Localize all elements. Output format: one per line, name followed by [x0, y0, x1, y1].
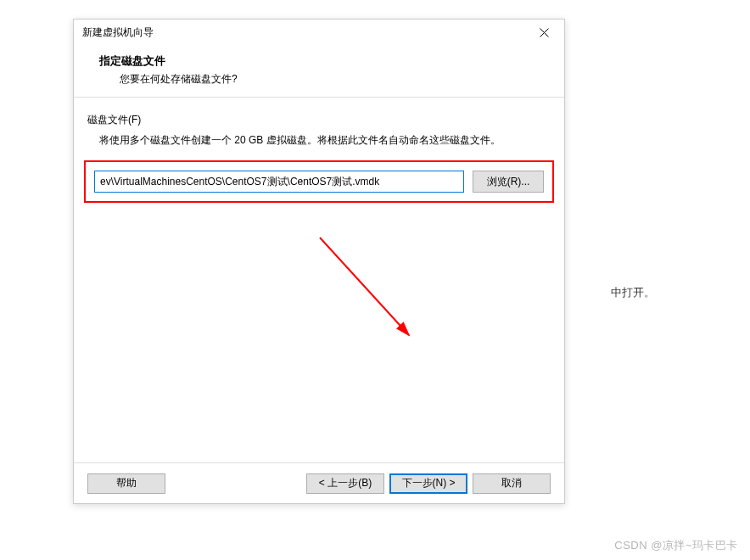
- background-text-snippet: 中打开。: [611, 285, 655, 300]
- back-button[interactable]: < 上一步(B): [306, 473, 384, 494]
- wizard-dialog: 新建虚拟机向导 指定磁盘文件 您要在何处存储磁盘文件? 磁盘文件(F) 将使用多…: [73, 19, 565, 504]
- watermark-text: CSDN @凉拌~玛卡巴卡: [614, 538, 738, 553]
- arrow-annotation: [311, 229, 430, 348]
- close-icon: [540, 28, 549, 37]
- next-button[interactable]: 下一步(N) >: [389, 473, 467, 494]
- path-highlight-box: 浏览(R)...: [84, 160, 554, 203]
- page-title: 指定磁盘文件: [99, 53, 547, 69]
- svg-line-2: [320, 238, 409, 335]
- disk-description: 将使用多个磁盘文件创建一个 20 GB 虚拟磁盘。将根据此文件名自动命名这些磁盘…: [87, 132, 551, 148]
- window-title: 新建虚拟机向导: [82, 25, 154, 40]
- wizard-footer: 帮助 < 上一步(B) 下一步(N) > 取消: [74, 462, 564, 503]
- help-button[interactable]: 帮助: [87, 473, 165, 494]
- wizard-header: 指定磁盘文件 您要在何处存储磁盘文件?: [74, 45, 564, 98]
- wizard-body: 磁盘文件(F) 将使用多个磁盘文件创建一个 20 GB 虚拟磁盘。将根据此文件名…: [74, 98, 564, 462]
- close-button[interactable]: [525, 20, 562, 44]
- disk-path-input[interactable]: [94, 171, 464, 193]
- fieldset-label: 磁盘文件(F): [87, 113, 551, 127]
- cancel-button[interactable]: 取消: [473, 473, 551, 494]
- titlebar: 新建虚拟机向导: [74, 20, 564, 45]
- page-subtitle: 您要在何处存储磁盘文件?: [99, 72, 547, 87]
- browse-button[interactable]: 浏览(R)...: [473, 171, 544, 193]
